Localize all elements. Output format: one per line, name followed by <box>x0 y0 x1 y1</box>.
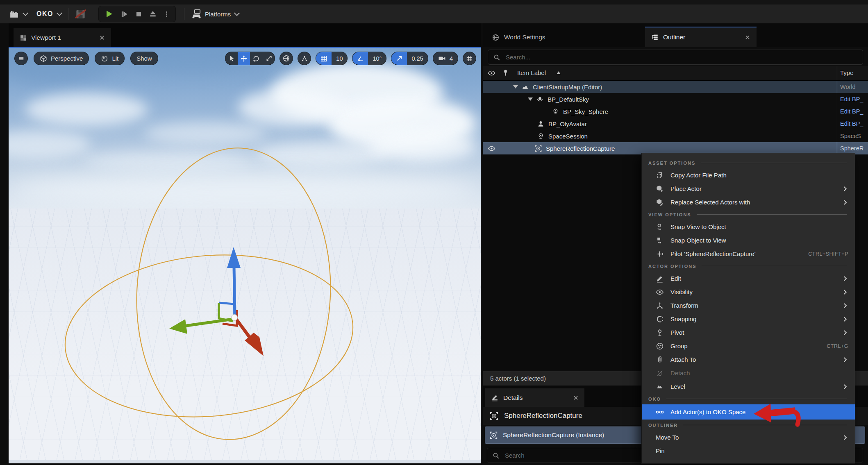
grid-snap-control[interactable]: 10 <box>316 52 348 65</box>
submenu-arrow-icon <box>842 329 848 336</box>
tab-details[interactable]: Details <box>485 388 584 407</box>
menu-item-copy-actor-file-path[interactable]: Copy Actor File Path <box>642 168 855 182</box>
actor-context-menu: ASSET OPTIONS Copy Actor File Path Place… <box>641 153 855 464</box>
right-panel-tabbar: World Settings Outliner <box>483 23 868 47</box>
outliner-row-bp-olyavatar[interactable]: BP_OlyAvatar Edit BP_ <box>483 118 868 130</box>
reflection-capture-icon <box>534 145 542 152</box>
lit-label: Lit <box>112 55 118 62</box>
outliner-row-bp-defaultsky[interactable]: BP_DefaultSky Edit BP_ <box>483 93 868 105</box>
frame-skip-button[interactable] <box>120 10 129 18</box>
surface-snapping-button[interactable] <box>298 52 311 65</box>
viewport-canvas[interactable]: Perspective Lit Show <box>9 47 481 460</box>
gizmo-center <box>232 315 238 321</box>
angle-snap-icon <box>352 52 368 65</box>
viewport-options-button[interactable] <box>14 52 28 65</box>
item-label-column-header[interactable]: Item Label <box>517 69 546 76</box>
submenu-arrow-icon <box>842 199 848 206</box>
show-label: Show <box>136 55 152 62</box>
menu-item-snapping[interactable]: Snapping <box>642 312 855 326</box>
outliner-search[interactable] <box>488 50 863 65</box>
details-object-name: SphereReflectionCapture <box>504 412 582 420</box>
eye-icon[interactable] <box>488 145 495 152</box>
move-tool-button[interactable] <box>238 52 250 65</box>
tab-outliner[interactable]: Outliner <box>645 27 757 47</box>
submenu-arrow-icon <box>842 186 848 192</box>
close-icon[interactable] <box>573 395 579 401</box>
perspective-button[interactable]: Perspective <box>34 52 89 65</box>
row-label: BP_OlyAvatar <box>548 120 587 127</box>
scale-tool-button[interactable] <box>262 52 275 65</box>
platforms-button[interactable]: Platforms <box>191 9 239 19</box>
main-toolbar: OKO Platforms <box>0 5 868 23</box>
show-button[interactable]: Show <box>130 52 158 65</box>
save-all-button[interactable] <box>75 9 86 20</box>
collapse-icon[interactable] <box>513 85 518 88</box>
close-icon[interactable] <box>99 35 105 41</box>
play-button[interactable] <box>104 9 114 19</box>
cinematics-button[interactable] <box>9 9 27 19</box>
scale-snap-control[interactable]: 0.25 <box>391 52 428 65</box>
stop-button[interactable] <box>135 10 143 18</box>
cube-icon <box>40 55 47 62</box>
pin-column-icon[interactable] <box>502 69 509 77</box>
menu-item-level[interactable]: Level <box>642 380 855 393</box>
submenu-arrow-icon <box>842 356 848 363</box>
close-icon[interactable] <box>745 34 750 40</box>
rotation-snap-value: 10° <box>368 55 386 62</box>
chevron-down-icon <box>57 10 62 16</box>
left-edge-strip <box>0 23 9 465</box>
menu-item-edit[interactable]: Edit <box>642 272 855 285</box>
maximize-viewport-button[interactable] <box>463 52 476 65</box>
menu-item-visibility[interactable]: Visibility <box>642 285 855 299</box>
snap-view-icon <box>656 223 664 231</box>
outliner-search-input[interactable] <box>505 53 858 61</box>
reflection-capture-gizmo[interactable] <box>9 48 481 460</box>
collapse-icon[interactable] <box>528 98 533 101</box>
tab-world-settings[interactable]: World Settings <box>484 27 553 47</box>
menu-item-add-actors-to-oko-space[interactable]: Add Actor(s) to OKO Space <box>642 404 855 420</box>
outliner-row-clientstartupmap[interactable]: ClientStartupMap (Editor) World <box>483 81 868 93</box>
tab-viewport-1[interactable]: Viewport 1 <box>14 28 111 47</box>
menu-item-snap-view-to-object[interactable]: Snap View to Object <box>642 220 855 234</box>
row-type: SpaceS <box>840 133 868 139</box>
menu-item-pin[interactable]: Pin <box>642 444 855 458</box>
search-icon <box>493 54 500 61</box>
replace-actor-icon <box>656 198 664 206</box>
rotation-snap-control[interactable]: 10° <box>352 52 386 65</box>
pencil-icon <box>656 274 664 283</box>
oko-menu-button[interactable]: OKO <box>36 10 61 18</box>
eject-button[interactable] <box>149 10 157 18</box>
visibility-column-eye-icon[interactable] <box>488 69 495 77</box>
lit-mode-button[interactable]: Lit <box>95 52 125 65</box>
menu-item-replace-selected-actors[interactable]: Replace Selected Actors with <box>642 195 855 209</box>
grid-snap-icon <box>316 52 332 65</box>
actor-count: 5 actors (1 selected) <box>490 375 546 382</box>
select-tool-button[interactable] <box>225 52 238 65</box>
row-type: World <box>840 84 868 90</box>
menu-item-pilot-actor[interactable]: Pilot 'SphereReflectionCapture' CTRL+SHI… <box>642 247 855 261</box>
menu-item-group[interactable]: Group CTRL+G <box>642 339 855 353</box>
row-label: SphereReflectionCapture <box>546 145 615 152</box>
viewport-tab-label: Viewport 1 <box>31 34 61 41</box>
outliner-row-bp-sky-sphere[interactable]: BP_Sky_Sphere Edit BP_ <box>483 105 868 118</box>
world-local-coord-button[interactable] <box>279 52 293 65</box>
camera-speed-value: 4 <box>450 55 453 62</box>
menu-item-snap-object-to-view[interactable]: Snap Object to View <box>642 234 855 247</box>
session-icon <box>537 132 545 140</box>
menu-item-pivot[interactable]: Pivot <box>642 326 855 339</box>
section-oko: OKO <box>642 393 855 404</box>
outliner-row-spacesession[interactable]: SpaceSession SpaceS <box>483 130 868 142</box>
row-type-edit-link[interactable]: Edit BP_ <box>840 108 868 115</box>
submenu-arrow-icon <box>842 383 848 390</box>
type-column-header[interactable]: Type <box>840 69 854 76</box>
submenu-arrow-icon <box>842 316 848 322</box>
menu-item-transform[interactable]: Transform <box>642 299 855 312</box>
rotate-tool-button[interactable] <box>250 52 262 65</box>
row-type-edit-link[interactable]: Edit BP_ <box>840 120 868 127</box>
play-options-button[interactable] <box>163 11 170 18</box>
menu-item-move-to[interactable]: Move To <box>642 431 855 444</box>
menu-item-place-actor[interactable]: Place Actor <box>642 182 855 195</box>
camera-speed-control[interactable]: 4 <box>433 52 458 65</box>
menu-item-attach-to[interactable]: Attach To <box>642 353 855 366</box>
row-type-edit-link[interactable]: Edit BP_ <box>840 96 868 102</box>
